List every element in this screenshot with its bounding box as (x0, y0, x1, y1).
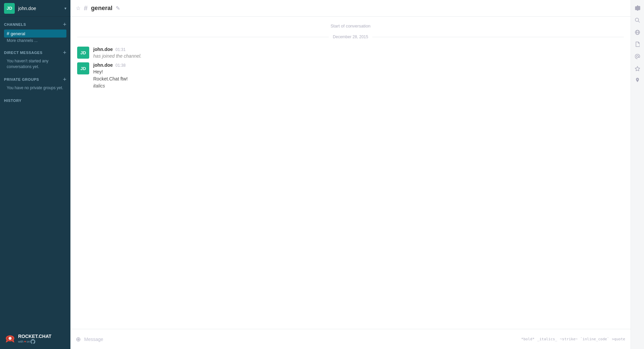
add-channel-button[interactable]: + (63, 21, 66, 27)
sidebar-header[interactable]: JD john.doe ▾ (0, 0, 70, 17)
brand-name: ROCKET.CHAT (18, 334, 51, 339)
message-text-line1: Hey! (93, 68, 624, 75)
channel-title: general (91, 5, 112, 12)
svg-point-3 (9, 337, 12, 340)
history-section[interactable]: HISTORY (0, 93, 70, 105)
main-chat-area: ☆ # general ✎ Start of conversation Dece… (70, 0, 631, 349)
edit-channel-icon[interactable]: ✎ (116, 5, 120, 11)
message-input[interactable] (84, 337, 518, 342)
message-row: JD john.doe 01:38 Hey! Rocket.Chat ftw! … (70, 61, 631, 91)
favorite-star-icon[interactable]: ☆ (76, 5, 80, 11)
date-divider-line-left (77, 37, 329, 37)
direct-messages-section-title: DIRECT MESSAGES (4, 51, 43, 55)
sidebar-username: john.doe (18, 6, 64, 11)
strike-hint: ~strike~ (560, 337, 578, 341)
more-channels-link[interactable]: More channels ... (4, 38, 66, 44)
history-label[interactable]: HISTORY (4, 99, 21, 103)
at-icon[interactable] (632, 51, 643, 62)
message-header: john.doe 01:31 (93, 47, 624, 52)
date-divider-line-right (372, 37, 624, 37)
message-header: john.doe 01:38 (93, 62, 624, 68)
svg-point-11 (637, 55, 639, 57)
right-sidebar (631, 0, 644, 349)
star-icon[interactable] (632, 63, 643, 74)
file-icon[interactable] (632, 39, 643, 50)
bold-hint: *bold* (521, 337, 535, 341)
message-content: john.doe 01:31 has joined the channel. (93, 47, 624, 60)
channels-section-header: CHANNELS + (4, 21, 66, 27)
avatar: JD (4, 3, 15, 14)
channel-hash-icon: # (7, 31, 9, 36)
globe-icon[interactable] (632, 27, 643, 38)
quote-hint: >quote (612, 337, 625, 341)
private-groups-section-title: PRIVATE GROUPS (4, 77, 39, 81)
rocket-chat-logo: ROCKET.CHAT with ♥ on (4, 333, 51, 345)
messages-area: Start of conversation December 28, 2015 … (70, 17, 631, 329)
message-avatar: JD (77, 62, 89, 74)
italic-hint: _italics_ (537, 337, 557, 341)
message-content: john.doe 01:38 Hey! Rocket.Chat ftw! ita… (93, 62, 624, 90)
sidebar: JD john.doe ▾ CHANNELS + # general More … (0, 0, 70, 349)
private-groups-section: PRIVATE GROUPS + You have no private gro… (0, 72, 70, 93)
sidebar-footer: ROCKET.CHAT with ♥ on (0, 329, 70, 349)
code-hint: `inline_code` (580, 337, 609, 341)
message-text-system: has joined the channel. (93, 53, 624, 60)
gear-icon[interactable] (632, 3, 643, 13)
brand-sub: with ♥ on (18, 339, 51, 344)
direct-messages-empty: You haven't started any conversations ye… (4, 58, 66, 70)
channels-section: CHANNELS + # general More channels ... (0, 17, 70, 45)
channel-hash-topbar: # (84, 4, 88, 12)
topbar: ☆ # general ✎ (70, 0, 631, 17)
brand-text: ROCKET.CHAT with ♥ on (18, 334, 51, 344)
svg-line-7 (638, 21, 640, 22)
direct-messages-section: DIRECT MESSAGES + You haven't started an… (0, 45, 70, 72)
date-divider: December 28, 2015 (70, 32, 631, 42)
chevron-down-icon: ▾ (64, 6, 66, 11)
message-author: john.doe (93, 62, 113, 68)
sidebar-item-general[interactable]: # general (4, 30, 66, 38)
message-text-line2: Rocket.Chat ftw! (93, 75, 624, 82)
direct-messages-section-header: DIRECT MESSAGES + (4, 50, 66, 56)
message-time: 01:31 (115, 47, 125, 52)
add-private-group-button[interactable]: + (63, 76, 66, 82)
svg-point-6 (635, 18, 639, 21)
date-divider-text: December 28, 2015 (333, 35, 368, 39)
format-hints: *bold* _italics_ ~strike~ `inline_code` … (521, 337, 625, 341)
private-groups-empty: You have no private groups yet. (4, 84, 66, 92)
svg-marker-12 (635, 66, 640, 71)
message-author: john.doe (93, 47, 113, 52)
message-text-line3: italics (93, 82, 624, 90)
message-avatar: JD (77, 47, 89, 59)
message-row: JD john.doe 01:31 has joined the channel… (70, 45, 631, 61)
conversation-start-label: Start of conversation (70, 23, 631, 28)
github-icon (31, 339, 35, 344)
message-input-bar: ⊕ *bold* _italics_ ~strike~ `inline_code… (70, 329, 631, 349)
channel-name: general (11, 31, 25, 36)
rocket-chat-icon (4, 333, 16, 345)
pin-icon[interactable] (632, 75, 643, 86)
heart-icon: ♥ (24, 340, 26, 343)
private-groups-section-header: PRIVATE GROUPS + (4, 76, 66, 82)
add-direct-message-button[interactable]: + (63, 50, 66, 56)
channels-section-title: CHANNELS (4, 22, 26, 26)
message-time: 01:38 (115, 63, 125, 68)
upload-button[interactable]: ⊕ (76, 336, 81, 343)
search-icon[interactable] (632, 15, 643, 25)
